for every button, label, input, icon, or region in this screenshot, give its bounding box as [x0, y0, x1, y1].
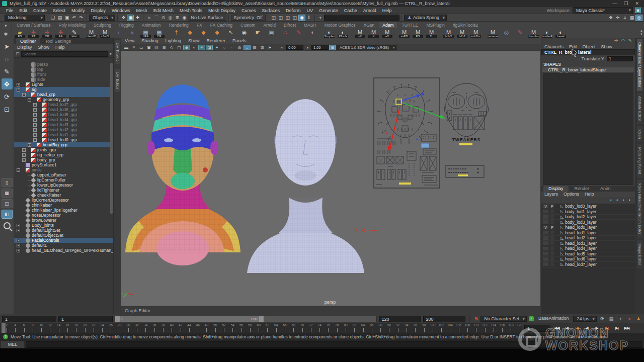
outliner-item[interactable]: + joints_grp [14, 147, 113, 152]
layer-playback-toggle[interactable] [550, 236, 554, 240]
render-setup-icon[interactable]: ◫ [291, 15, 298, 21]
timeline-tick[interactable]: 32 [137, 324, 137, 332]
outliner-item[interactable]: + FacialControls [14, 238, 113, 243]
shelf-scroll-down-icon[interactable]: ▼ [640, 33, 643, 36]
step-forward-key-button[interactable]: ▶| [602, 324, 612, 332]
timeline-tick[interactable]: 54 [232, 324, 233, 332]
shelf-button[interactable] [350, 28, 353, 38]
render-settings-icon[interactable]: ◉ [298, 15, 305, 21]
layer-playback-toggle[interactable] [550, 215, 554, 219]
symmetry-box[interactable]: Symmetry: Off [231, 15, 266, 21]
layer-playback-toggle[interactable] [550, 230, 554, 235]
expand-toggle-icon[interactable]: + [33, 123, 37, 127]
timeline-tick[interactable]: 102 [441, 324, 442, 332]
outliner-item[interactable]: → upperLipRaiser [14, 172, 113, 177]
layer-visibility-toggle[interactable] [542, 251, 549, 256]
workspace-lock-icon[interactable]: ▣ [635, 8, 641, 13]
outliner-item[interactable]: + head_lod4_grp [14, 117, 113, 122]
redo-icon[interactable]: ↷ [77, 15, 85, 21]
shelf-tab[interactable]: MSPlugin [423, 22, 448, 28]
viewport-menu-item[interactable]: Show [188, 38, 200, 43]
exposure-icon[interactable]: ◐ [279, 45, 286, 50]
layer-menu-item[interactable]: Options [564, 192, 579, 197]
xray-joints-icon[interactable]: ▦ [251, 45, 258, 50]
expand-toggle-icon[interactable]: − [22, 93, 26, 97]
right-side-tab[interactable]: Modeling Toolkit [637, 144, 642, 178]
outliner-menu-item[interactable]: Help [55, 45, 65, 50]
outliner-item[interactable]: + head_lod5_grp [14, 112, 113, 117]
shelf-tab[interactable]: XGen [360, 22, 378, 28]
timeline-tick[interactable]: 94 [407, 324, 407, 332]
highlighted-control[interactable] [421, 143, 429, 148]
m-plusx-icon[interactable]: M +X [380, 28, 394, 38]
outliner-item[interactable]: + rig_setup_grp [14, 152, 113, 157]
timeline-tick[interactable]: 118 [511, 324, 511, 332]
expand-toggle-icon[interactable]: + [22, 158, 26, 162]
m-x-icon[interactable]: M X [367, 28, 380, 38]
gamma-icon[interactable]: ◑ [304, 45, 311, 50]
blendd-icon[interactable]: M blendD [85, 28, 98, 38]
menu-item[interactable]: Mesh [133, 8, 150, 13]
shelf-button[interactable] [438, 28, 442, 38]
channel-menu-item[interactable]: Show [601, 44, 613, 49]
attribute-spreadsheet-icon[interactable]: ≡ [621, 15, 628, 21]
snap-grid-icon[interactable]: ⌗ [145, 15, 152, 21]
viewport-canvas[interactable]: TWEAKERS Y persp [121, 50, 541, 307]
m-lv23-icon[interactable]: M lv2-3 [455, 28, 469, 38]
outliner-item[interactable]: chinRaiser_lipsTogether [14, 208, 113, 213]
menu-item[interactable]: Display [88, 8, 109, 13]
display-layer-row[interactable]: ◺ head_lod5_layer [541, 251, 635, 257]
viewport-menu-item[interactable]: Shading [141, 38, 158, 43]
outliner-scrollbar[interactable] [110, 63, 113, 214]
expand-toggle-icon[interactable]: + [17, 224, 20, 227]
outliner-item[interactable]: browLowerer [14, 218, 113, 223]
record-icon[interactable]: ● [626, 316, 633, 322]
timeline-tick[interactable]: 66 [285, 324, 285, 332]
menu-item[interactable]: Edit [17, 8, 31, 13]
timeline-tick[interactable]: 60 [259, 324, 259, 332]
shelf-tab[interactable]: Bifrost [280, 22, 299, 28]
workspace-dropdown[interactable]: Maya Classic* [573, 7, 633, 14]
outliner-item[interactable]: top [14, 67, 113, 72]
layout-single-icon[interactable]: ▯ [2, 178, 13, 187]
dots-icon[interactable]: ∴ [278, 28, 292, 38]
current-frame-field[interactable]: 1 [524, 325, 550, 332]
color-management-icon[interactable]: ▣ [329, 45, 336, 50]
outliner-tab[interactable]: Outliner [16, 38, 40, 44]
layer-playback-toggle[interactable] [550, 262, 554, 266]
layer-visibility-toggle[interactable] [542, 246, 549, 251]
m-lv13-icon[interactable]: M lv1-3 [442, 28, 455, 38]
shelf-tab[interactable]: Sculpting [90, 22, 115, 28]
right-side-tab[interactable]: XGen [637, 126, 642, 142]
multisample-icon[interactable]: ≈ [228, 45, 235, 50]
shelf-tab[interactable]: Arnold [260, 22, 279, 28]
expand-toggle-icon[interactable]: + [33, 128, 37, 132]
layer-visibility-toggle[interactable] [542, 215, 549, 219]
axis-ft-icon[interactable]: ✛ FT [27, 28, 40, 38]
menu-item[interactable]: Cache [341, 8, 360, 13]
zoom-layout-icon[interactable] [4, 222, 11, 229]
layer-visibility-toggle[interactable]: V [542, 204, 549, 209]
ipr-render-icon[interactable]: ◫ [284, 15, 291, 21]
atools-icon[interactable]: ◐ ATools [336, 28, 350, 38]
right-side-tab[interactable]: Attribute Editor [637, 93, 642, 125]
timeline-tick[interactable]: 106 [459, 324, 459, 332]
layer-menu-item[interactable]: Layers [544, 192, 558, 197]
right-side-tab[interactable]: XGen Interactive Groom Editor [637, 179, 642, 238]
timeline-tick[interactable]: 120 [520, 324, 520, 332]
layer-menu-item[interactable]: Help [585, 192, 594, 197]
outliner-item[interactable]: + Lights [14, 82, 113, 87]
shelf-tab[interactable]: Poly Modeling [55, 22, 89, 28]
shelf-tab[interactable]: Custom [237, 22, 259, 28]
render-frame-icon[interactable]: ◫ [277, 15, 284, 21]
playback-end-field[interactable]: 120 [379, 316, 421, 322]
character-controls-icon[interactable]: ✛ [614, 15, 621, 21]
timeline-tick[interactable]: 48 [206, 324, 207, 332]
tweakers-board[interactable]: TWEAKERS [444, 83, 489, 145]
display-layer-row[interactable]: ◺ head_lod3_layer [541, 241, 635, 246]
timeline-tick[interactable]: 6 [24, 324, 25, 332]
timeline-tick[interactable]: 100 [433, 324, 433, 332]
timeline-tick[interactable]: 42 [181, 324, 181, 332]
gate-mask-icon[interactable]: ▤ [153, 45, 160, 50]
expand-toggle-icon[interactable]: + [33, 138, 37, 142]
